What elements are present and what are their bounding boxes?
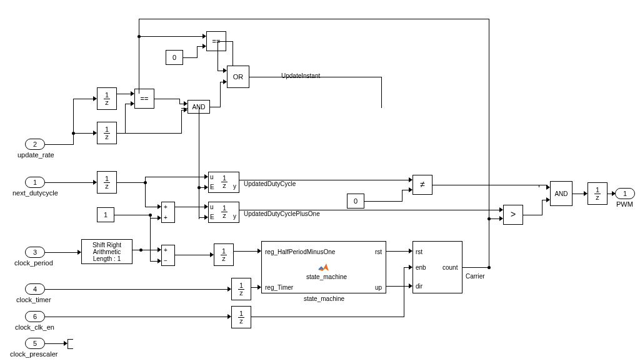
cnt-label: Carrier — [466, 273, 485, 280]
compare-eq-2[interactable]: == — [134, 89, 154, 109]
ed1-y: y — [233, 183, 236, 190]
inport-clock-clk-en[interactable]: 6 — [25, 311, 45, 322]
constant-zero-2[interactable]: 0 — [347, 194, 364, 209]
cnt-enb: enb — [416, 264, 426, 271]
constant-zero-1[interactable]: 0 — [166, 50, 183, 65]
inport-clock-prescaler[interactable]: 5 — [25, 338, 45, 349]
delay-block-2[interactable]: 1z — [97, 122, 117, 144]
lbl-updated-dutycycle: UpdatedDutyCycle — [244, 180, 296, 187]
lbl-update-instant: UpdateInstant — [281, 72, 320, 79]
inport-clock-prescaler-label: clock_prescaler — [10, 350, 58, 358]
sm-title: state_machine — [306, 273, 347, 280]
compare-ne[interactable]: ≠ — [412, 175, 432, 195]
delay-block-out[interactable]: 1z — [588, 182, 608, 205]
cnt-rst: rst — [416, 248, 422, 255]
delay-block-1[interactable]: 1z — [97, 87, 117, 110]
ed1-u: u — [210, 174, 214, 180]
sum-pp-top: + — [164, 204, 168, 210]
logic-or[interactable]: OR — [227, 66, 249, 88]
terminator[interactable] — [68, 339, 73, 349]
ed2-E: E — [210, 214, 214, 220]
logic-and-2[interactable]: AND — [550, 181, 572, 206]
simulink-diagram: 2 update_rate 1 next_dutycycle 3 clock_p… — [0, 0, 640, 364]
sm-in2: reg_Timer — [265, 284, 293, 291]
delay-block-3[interactable]: 1z — [97, 171, 117, 194]
ed1-E: E — [210, 184, 214, 190]
compare-gt[interactable]: > — [503, 205, 523, 225]
inport-update-rate[interactable]: 2 — [25, 139, 45, 150]
ed2-u: u — [210, 204, 214, 210]
outport-pwm-label: PWM — [616, 200, 633, 208]
outport-pwm[interactable]: 1 — [615, 188, 635, 199]
lbl-updated-dutycycle-plus-one: UpdatedDutyCyclePlusOne — [244, 210, 320, 217]
inport-clock-period[interactable]: 3 — [25, 247, 45, 258]
cnt-dir: dir — [416, 283, 422, 290]
inport-clock-clk-en-label: clock_clk_en — [15, 323, 54, 331]
ed2-y: y — [233, 213, 236, 220]
inport-next-dutycycle[interactable]: 1 — [25, 177, 45, 188]
inport-update-rate-label: update_rate — [18, 151, 54, 159]
sm-out1: rst — [375, 248, 382, 255]
cnt-out: count — [442, 264, 458, 271]
delay-block-6[interactable]: 1z — [231, 306, 251, 328]
delay-block-4[interactable]: 1z — [214, 243, 234, 266]
inport-next-dutycycle-label: next_dutycycle — [12, 189, 58, 197]
delay-block-5[interactable]: 1z — [231, 278, 251, 300]
sm-sub: state_machine — [304, 295, 344, 302]
sum-pm-bot: − — [164, 257, 168, 264]
sum-pp-bot: + — [164, 214, 168, 221]
constant-one[interactable]: 1 — [97, 207, 114, 222]
inport-clock-timer[interactable]: 4 — [25, 283, 45, 295]
shift-right-block[interactable]: Shift Right Arithmetic Length : 1 — [81, 239, 132, 264]
sm-in1: reg_HalfPeriodMinusOne — [265, 248, 335, 255]
inport-clock-timer-label: clock_timer — [16, 296, 51, 303]
inport-clock-period-label: clock_period — [14, 259, 53, 267]
sm-out2: up — [375, 284, 382, 291]
matlab-icon — [318, 262, 330, 272]
sum-pm-top: + — [164, 247, 168, 253]
